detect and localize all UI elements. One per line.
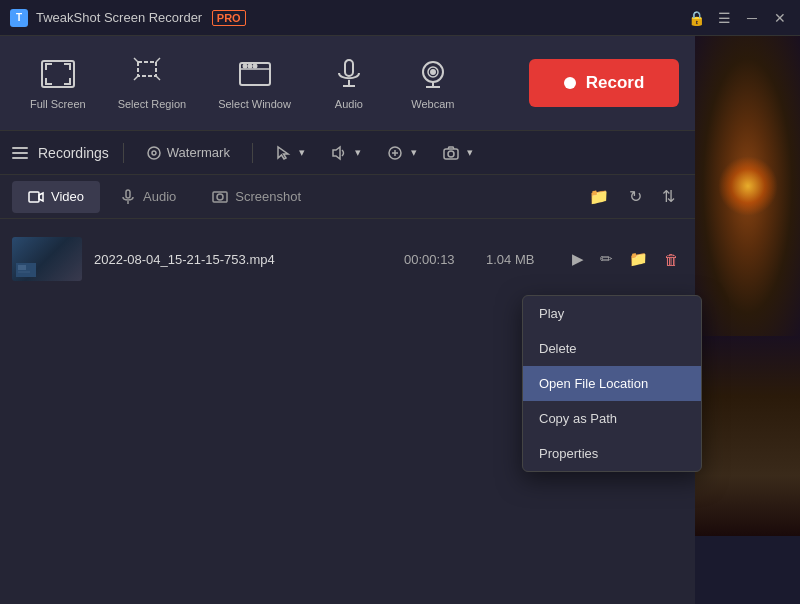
svg-point-10	[253, 65, 256, 68]
table-row[interactable]: 2022-08-04_15-21-15-753.mp4 00:00:13 1.0…	[0, 227, 695, 291]
webcam-icon	[413, 56, 453, 92]
refresh-action[interactable]: ↻	[621, 183, 650, 210]
right-panel	[695, 36, 800, 604]
delete-file-button[interactable]: 🗑	[660, 247, 683, 272]
file-name: 2022-08-04_15-21-15-753.mp4	[94, 252, 392, 267]
context-menu-delete[interactable]: Delete	[523, 331, 701, 366]
tool-webcam[interactable]: Webcam	[393, 48, 473, 118]
tool-select-region-label: Select Region	[118, 98, 187, 110]
file-actions: ▶ ✏ 📁 🗑	[568, 246, 683, 272]
tool-full-screen[interactable]: Full Screen	[16, 48, 100, 118]
svg-marker-21	[333, 147, 340, 159]
camera-tool[interactable]	[435, 141, 481, 165]
file-size: 1.04 MB	[486, 252, 556, 267]
audio-icon	[329, 56, 369, 92]
tool-select-window-label: Select Window	[218, 98, 291, 110]
quality-tool[interactable]	[379, 141, 425, 165]
tool-audio-label: Audio	[335, 98, 363, 110]
svg-rect-1	[138, 62, 156, 76]
volume-tool[interactable]	[323, 141, 369, 165]
sep2	[252, 143, 253, 163]
app-logo: T	[10, 9, 28, 27]
open-folder-action[interactable]: 📁	[581, 183, 617, 210]
edit-file-button[interactable]: ✏	[596, 246, 617, 272]
menu-icon[interactable]: ☰	[714, 8, 734, 28]
svg-rect-33	[18, 265, 26, 270]
record-dot-icon	[564, 77, 576, 89]
context-menu-properties[interactable]: Properties	[523, 436, 701, 471]
folder-file-button[interactable]: 📁	[625, 246, 652, 272]
tab-screenshot-label: Screenshot	[235, 189, 301, 204]
tab-bar: Video Audio Screenshot 📁	[0, 175, 695, 219]
svg-rect-28	[126, 190, 130, 198]
svg-line-2	[134, 58, 138, 62]
svg-point-16	[431, 70, 435, 74]
toolbar: Full Screen Select Region	[0, 36, 695, 131]
file-thumbnail	[12, 237, 82, 281]
fullscreen-icon	[38, 56, 78, 92]
svg-point-8	[243, 65, 246, 68]
hamburger-icon	[12, 147, 28, 159]
right-panel-image-bottom	[695, 336, 800, 536]
tool-select-window[interactable]: Select Window	[204, 48, 305, 118]
tab-video[interactable]: Video	[12, 181, 100, 213]
svg-point-31	[217, 194, 223, 200]
tool-select-region[interactable]: Select Region	[104, 48, 201, 118]
tab-audio-label: Audio	[143, 189, 176, 204]
title-bar: T TweakShot Screen Recorder PRO 🔒 ☰ ─ ✕	[0, 0, 800, 36]
svg-line-4	[134, 76, 138, 80]
select-window-icon	[235, 56, 275, 92]
tab-video-label: Video	[51, 189, 84, 204]
select-region-icon	[132, 56, 172, 92]
cursor-tool[interactable]	[267, 141, 313, 165]
tool-full-screen-label: Full Screen	[30, 98, 86, 110]
context-menu-play[interactable]: Play	[523, 296, 701, 331]
play-file-button[interactable]: ▶	[568, 246, 588, 272]
tool-items: Full Screen Select Region	[16, 48, 529, 118]
sort-action[interactable]: ⇅	[654, 183, 683, 210]
svg-rect-11	[345, 60, 353, 76]
watermark-tool[interactable]: Watermark	[138, 141, 238, 165]
lock-icon[interactable]: 🔒	[686, 8, 706, 28]
context-menu: Play Delete Open File Location Copy as P…	[522, 295, 702, 472]
tab-screenshot[interactable]: Screenshot	[196, 181, 317, 213]
watermark-label: Watermark	[167, 145, 230, 160]
close-button[interactable]: ✕	[770, 8, 790, 28]
svg-point-20	[152, 151, 156, 155]
recordings-bar: Recordings Watermark	[0, 131, 695, 175]
record-button-label: Record	[586, 73, 645, 93]
tool-webcam-label: Webcam	[411, 98, 454, 110]
record-button[interactable]: Record	[529, 59, 679, 107]
tab-audio[interactable]: Audio	[104, 181, 192, 213]
tool-audio[interactable]: Audio	[309, 48, 389, 118]
svg-line-3	[156, 58, 160, 62]
recordings-separator	[123, 143, 124, 163]
svg-point-26	[448, 151, 454, 157]
svg-rect-34	[18, 271, 30, 273]
thumbnail-preview	[12, 237, 82, 281]
svg-point-9	[248, 65, 251, 68]
context-menu-copy-as-path[interactable]: Copy as Path	[523, 401, 701, 436]
right-panel-image-top	[695, 36, 800, 336]
window-controls: 🔒 ☰ ─ ✕	[686, 8, 790, 28]
svg-rect-27	[29, 192, 39, 202]
app-title: TweakShot Screen Recorder PRO	[36, 10, 686, 25]
context-menu-open-file-location[interactable]: Open File Location	[523, 366, 701, 401]
svg-point-19	[148, 147, 160, 159]
svg-line-5	[156, 76, 160, 80]
file-duration: 00:00:13	[404, 252, 474, 267]
recordings-label: Recordings	[38, 145, 109, 161]
minimize-button[interactable]: ─	[742, 8, 762, 28]
